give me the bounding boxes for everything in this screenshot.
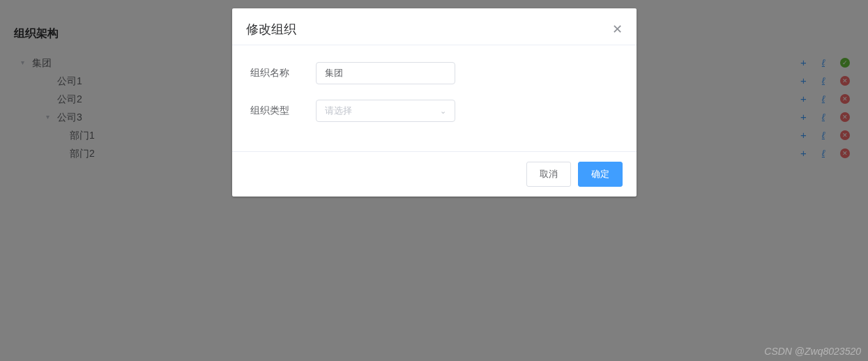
org-type-select[interactable]: 请选择 ⌄ (316, 100, 455, 122)
org-name-input[interactable] (316, 62, 455, 84)
org-type-label: 组织类型 (246, 105, 316, 117)
edit-org-modal: 修改组织 ✕ 组织名称 组织类型 请选择 ⌄ 取消 确定 (232, 8, 637, 197)
form-item-type: 组织类型 请选择 ⌄ (246, 100, 623, 122)
cancel-button[interactable]: 取消 (526, 162, 571, 187)
org-type-placeholder: 请选择 (325, 105, 352, 117)
confirm-button[interactable]: 确定 (578, 162, 623, 187)
close-icon[interactable]: ✕ (612, 23, 623, 36)
org-name-label: 组织名称 (246, 67, 316, 79)
chevron-down-icon: ⌄ (440, 107, 446, 116)
modal-overlay: 修改组织 ✕ 组织名称 组织类型 请选择 ⌄ 取消 确定 (0, 0, 868, 361)
form-item-name: 组织名称 (246, 62, 623, 84)
modal-title: 修改组织 (246, 21, 296, 38)
